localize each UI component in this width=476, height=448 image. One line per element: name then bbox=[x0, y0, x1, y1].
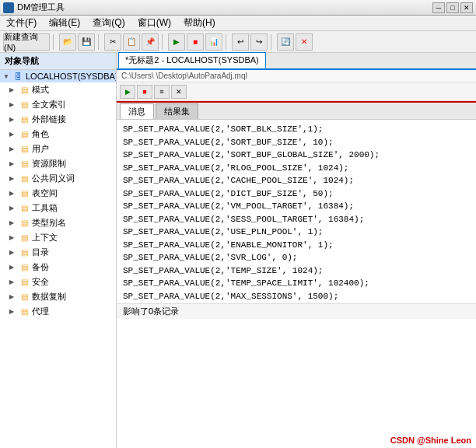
tree-item-resource[interactable]: ▶ ▤ 资源限制 bbox=[6, 156, 116, 171]
arrow-tablespace: ▶ bbox=[9, 190, 19, 197]
menu-edit[interactable]: 编辑(E) bbox=[46, 15, 83, 31]
plan-button[interactable]: 📊 bbox=[205, 33, 222, 51]
tree-item-role[interactable]: ▶ ▤ 角色 bbox=[6, 127, 116, 142]
folder-icon-role: ▤ bbox=[19, 130, 30, 139]
toolbar-sep-1 bbox=[53, 34, 56, 50]
result-line: SP_SET_PARA_VALUE(2,'MAX_SESSIONS', 1500… bbox=[123, 290, 470, 303]
result-tab-messages[interactable]: 消息 bbox=[120, 103, 154, 119]
redo-button[interactable]: ↪ bbox=[250, 33, 268, 51]
result-line: SP_SET_PARA_VALUE(2,'SORT_BLK_SIZE',1); bbox=[123, 123, 470, 136]
tree-item-pubsyn[interactable]: ▶ ▤ 公共同义词 bbox=[6, 171, 116, 186]
minimize-button[interactable]: ─ bbox=[432, 2, 445, 13]
arrow-tools: ▶ bbox=[9, 205, 19, 212]
db-icon: 🗄 bbox=[12, 72, 23, 81]
tree-children: ▶ ▤ 模式 ▶ ▤ 全文索引 ▶ ▤ 外部链接 ▶ ▤ 角色 ▶ ▤ bbox=[0, 82, 116, 319]
arrow-extlink: ▶ bbox=[9, 116, 19, 123]
title-text: DM管理工具 bbox=[17, 2, 432, 13]
toolbar-sep-5 bbox=[271, 34, 274, 50]
label-extlink: 外部链接 bbox=[32, 114, 66, 125]
cancel-button[interactable]: ✕ bbox=[296, 33, 313, 51]
tree-item-user[interactable]: ▶ ▤ 用户 bbox=[6, 142, 116, 156]
copy-button[interactable]: 📋 bbox=[123, 33, 140, 51]
folder-icon-context: ▤ bbox=[19, 233, 30, 243]
cut-button[interactable]: ✂ bbox=[104, 33, 121, 51]
new-query-button[interactable]: 新建查询(N) bbox=[3, 33, 50, 51]
tree-item-directory[interactable]: ▶ ▤ 目录 bbox=[6, 245, 116, 260]
arrow-replication: ▶ bbox=[9, 293, 19, 300]
folder-icon-user: ▤ bbox=[19, 145, 30, 154]
tree-item-typealias[interactable]: ▶ ▤ 类型别名 bbox=[6, 215, 116, 230]
sql-format-btn[interactable]: ≡ bbox=[154, 85, 170, 99]
close-button[interactable]: ✕ bbox=[460, 2, 473, 13]
result-panel: 消息 结果集 SP_SET_PARA_VALUE(2,'SORT_BLK_SIZ… bbox=[117, 101, 476, 319]
tree-item-context[interactable]: ▶ ▤ 上下文 bbox=[6, 230, 116, 245]
window-controls[interactable]: ─ □ ✕ bbox=[432, 2, 473, 13]
result-line: SP_SET_PARA_VALUE(2,'ENABLE_MONITOR', 1)… bbox=[123, 239, 470, 252]
sql-clear-btn[interactable]: ✕ bbox=[171, 85, 187, 99]
folder-icon-pubsyn: ▤ bbox=[19, 174, 30, 184]
sql-run-btn[interactable]: ▶ bbox=[120, 85, 135, 99]
app-icon bbox=[3, 2, 14, 13]
stop-button[interactable]: ■ bbox=[187, 33, 204, 51]
arrow-directory: ▶ bbox=[9, 249, 19, 256]
label-fulltext: 全文索引 bbox=[32, 99, 66, 110]
sidebar-header: 对象导航 bbox=[0, 53, 116, 70]
run-button[interactable]: ▶ bbox=[168, 33, 185, 51]
arrow-context: ▶ bbox=[9, 234, 19, 241]
folder-icon-proxy: ▤ bbox=[19, 307, 30, 317]
arrow-proxy: ▶ bbox=[9, 308, 19, 315]
save-button[interactable]: 💾 bbox=[78, 33, 95, 51]
result-line: SP_SET_PARA_VALUE(2,'CACHE_POOL_SIZE', 1… bbox=[123, 174, 470, 187]
menu-query[interactable]: 查询(Q) bbox=[89, 15, 128, 31]
menu-window[interactable]: 窗口(W) bbox=[135, 15, 174, 31]
result-footer: 影响了0条记录 bbox=[117, 303, 476, 319]
arrow-resource: ▶ bbox=[9, 160, 19, 167]
label-context: 上下文 bbox=[32, 232, 58, 243]
tree-item-proxy[interactable]: ▶ ▤ 代理 bbox=[6, 304, 116, 319]
label-directory: 目录 bbox=[32, 247, 49, 258]
result-line: SP_SET_PARA_VALUE(2,'TEMP_SPACE_LIMIT', … bbox=[123, 277, 470, 290]
arrow-fulltext: ▶ bbox=[9, 101, 19, 108]
result-line: SP_SET_PARA_VALUE(2,'SVR_LOG', 0); bbox=[123, 251, 470, 264]
tree-root[interactable]: ▼ 🗄 LOCALHOST(SYSDBA) bbox=[0, 70, 116, 82]
folder-icon-backup: ▤ bbox=[19, 263, 30, 272]
label-tablespace: 表空间 bbox=[32, 187, 58, 199]
arrow-schema: ▶ bbox=[9, 86, 19, 93]
result-tab-resultset[interactable]: 结果集 bbox=[156, 103, 198, 119]
folder-icon-extlink: ▤ bbox=[19, 115, 30, 124]
main-layout: 对象导航 ▼ 🗄 LOCALHOST(SYSDBA) ▶ ▤ 模式 ▶ ▤ 全文… bbox=[0, 53, 476, 448]
label-user: 用户 bbox=[32, 143, 49, 155]
tree-item-extlink[interactable]: ▶ ▤ 外部链接 bbox=[6, 112, 116, 127]
sql-tab-active[interactable]: *无标题2 - LOCALHOST(SYSDBA) bbox=[118, 52, 266, 68]
open-button[interactable]: 📂 bbox=[59, 33, 76, 51]
tree-item-tablespace[interactable]: ▶ ▤ 表空间 bbox=[6, 186, 116, 201]
toolbar-sep-2 bbox=[98, 34, 101, 50]
tree-item-backup[interactable]: ▶ ▤ 备份 bbox=[6, 260, 116, 275]
tree-root-label: LOCALHOST(SYSDBA) bbox=[26, 72, 117, 81]
result-line: SP_SET_PARA_VALUE(2,'TEMP_SIZE', 1024); bbox=[123, 264, 470, 278]
sidebar: 对象导航 ▼ 🗄 LOCALHOST(SYSDBA) ▶ ▤ 模式 ▶ ▤ 全文… bbox=[0, 53, 117, 448]
sql-stop-btn[interactable]: ■ bbox=[137, 85, 152, 99]
tree-item-tools[interactable]: ▶ ▤ 工具箱 bbox=[6, 201, 116, 215]
undo-button[interactable]: ↩ bbox=[232, 33, 249, 51]
result-line: SP_SET_PARA_VALUE(2,'SESS_POOL_TARGET', … bbox=[123, 213, 470, 226]
maximize-button[interactable]: □ bbox=[446, 2, 459, 13]
tree-item-schema[interactable]: ▶ ▤ 模式 bbox=[6, 82, 116, 97]
menu-help[interactable]: 帮助(H) bbox=[180, 15, 219, 31]
label-backup: 备份 bbox=[32, 261, 49, 273]
menu-bar: 文件(F) 编辑(E) 查询(Q) 窗口(W) 帮助(H) bbox=[0, 16, 476, 31]
paste-button[interactable]: 📌 bbox=[142, 33, 159, 51]
menu-file[interactable]: 文件(F) bbox=[3, 15, 40, 31]
tree-arrow-root: ▼ bbox=[3, 73, 12, 80]
folder-icon-tools: ▤ bbox=[19, 204, 30, 213]
watermark: CSDN @Shine Leon bbox=[390, 436, 471, 445]
sql-toolbar: ▶ ■ ≡ ✕ bbox=[117, 82, 476, 101]
tree-item-security[interactable]: ▶ ▤ 安全 bbox=[6, 275, 116, 289]
tree-item-replication[interactable]: ▶ ▤ 数据复制 bbox=[6, 289, 116, 304]
file-path: C:\Users\ \Desktop\AutoParaAdj.mql bbox=[117, 70, 476, 82]
tree-item-fulltext[interactable]: ▶ ▤ 全文索引 bbox=[6, 97, 116, 112]
label-typealias: 类型别名 bbox=[32, 217, 66, 229]
result-tabs: 消息 结果集 bbox=[117, 103, 476, 120]
refresh-button[interactable]: 🔄 bbox=[277, 33, 294, 51]
arrow-backup: ▶ bbox=[9, 264, 19, 271]
